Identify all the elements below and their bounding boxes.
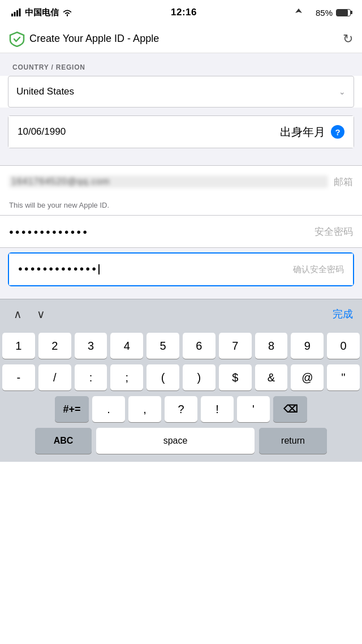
password-field[interactable]: ●●●●●●●●●●●●● 安全密码 bbox=[0, 216, 362, 247]
key-semicolon[interactable]: ; bbox=[110, 364, 143, 390]
text-cursor bbox=[98, 264, 100, 274]
country-value: United States bbox=[16, 86, 334, 97]
key-quote[interactable]: " bbox=[327, 364, 360, 390]
svg-rect-1 bbox=[14, 12, 16, 16]
key-comma[interactable]: , bbox=[128, 396, 161, 422]
key-question[interactable]: ? bbox=[165, 396, 197, 422]
key-1[interactable]: 1 bbox=[2, 333, 35, 359]
key-close-paren[interactable]: ) bbox=[183, 364, 216, 390]
keyboard: 1 2 3 4 5 6 7 8 9 0 - / : ; ( ) $ & @ " … bbox=[0, 328, 362, 462]
carrier-name: 中国电信 bbox=[25, 7, 59, 18]
key-2[interactable]: 2 bbox=[38, 333, 71, 359]
email-field-group: 1641764520@qq.com 邮箱 This will be your n… bbox=[0, 165, 362, 215]
battery-percent: 85% bbox=[316, 8, 333, 18]
key-5[interactable]: 5 bbox=[146, 333, 179, 359]
confirm-password-label: 确认安全密码 bbox=[287, 264, 344, 275]
keyboard-row-bottom: ABC space return bbox=[2, 428, 360, 454]
svg-marker-4 bbox=[295, 8, 302, 13]
reload-button[interactable]: ↻ bbox=[343, 32, 353, 46]
key-9[interactable]: 9 bbox=[291, 333, 324, 359]
key-exclaim[interactable]: ! bbox=[201, 396, 234, 422]
key-space[interactable]: space bbox=[96, 428, 255, 454]
nav-bar: Create Your Apple ID - Apple ↻ bbox=[0, 25, 362, 53]
content-area: COUNTRY / REGION United States ⌄ 10/06/1… bbox=[0, 53, 362, 462]
key-3[interactable]: 3 bbox=[75, 333, 107, 359]
spacer-3 bbox=[0, 287, 362, 299]
key-7[interactable]: 7 bbox=[219, 333, 252, 359]
key-at[interactable]: @ bbox=[291, 364, 324, 390]
key-8[interactable]: 8 bbox=[255, 333, 288, 359]
svg-rect-0 bbox=[11, 14, 13, 16]
key-period[interactable]: . bbox=[92, 396, 125, 422]
signal-icon bbox=[11, 8, 21, 16]
key-dollar[interactable]: $ bbox=[219, 364, 252, 390]
password-field-group: ●●●●●●●●●●●●● 安全密码 bbox=[0, 215, 362, 248]
keyboard-toolbar: ∧ ∨ 完成 bbox=[0, 299, 362, 328]
status-right-icons: 85% bbox=[295, 8, 351, 18]
dob-label: 出身年月 bbox=[274, 124, 325, 140]
key-slash[interactable]: / bbox=[38, 364, 71, 390]
help-button[interactable]: ? bbox=[331, 125, 344, 139]
key-0[interactable]: 0 bbox=[327, 333, 360, 359]
key-symbols-toggle[interactable]: #+= bbox=[55, 396, 89, 422]
next-field-button[interactable]: ∨ bbox=[32, 305, 50, 323]
dropdown-arrow-icon: ⌄ bbox=[339, 87, 346, 96]
dob-value: 10/06/1990 bbox=[18, 126, 274, 138]
wifi-icon bbox=[62, 8, 72, 16]
key-return[interactable]: return bbox=[259, 428, 327, 454]
spacer-1 bbox=[0, 148, 362, 165]
direction-icon bbox=[305, 8, 312, 16]
delete-key[interactable]: ⌫ bbox=[273, 396, 307, 422]
dob-field[interactable]: 10/06/1990 出身年月 ? bbox=[8, 116, 354, 148]
location-icon bbox=[295, 8, 302, 16]
key-colon[interactable]: : bbox=[75, 364, 107, 390]
key-4[interactable]: 4 bbox=[110, 333, 143, 359]
done-button[interactable]: 完成 bbox=[333, 307, 353, 321]
svg-rect-2 bbox=[16, 10, 18, 16]
keyboard-row-misc: #+= . , ? ! ' ⌫ bbox=[2, 396, 360, 422]
key-apostrophe[interactable]: ' bbox=[237, 396, 270, 422]
key-ampersand[interactable]: & bbox=[255, 364, 288, 390]
svg-marker-5 bbox=[305, 8, 312, 16]
toolbar-arrows: ∧ ∨ bbox=[9, 305, 50, 323]
email-info-text: This will be your new Apple ID. bbox=[0, 198, 362, 215]
key-6[interactable]: 6 bbox=[183, 333, 216, 359]
keyboard-row-symbols: - / : ; ( ) $ & @ " bbox=[2, 364, 360, 390]
email-field[interactable]: 1641764520@qq.com 邮箱 bbox=[0, 166, 362, 198]
country-label: COUNTRY / REGION bbox=[0, 53, 362, 76]
country-field-group: United States ⌄ bbox=[0, 76, 362, 108]
password-value: ●●●●●●●●●●●●● bbox=[9, 227, 309, 236]
confirm-password-value: ●●●●●●●●●●●●● bbox=[18, 264, 287, 274]
svg-rect-3 bbox=[19, 8, 21, 16]
password-label: 安全密码 bbox=[309, 225, 353, 238]
prev-field-button[interactable]: ∧ bbox=[9, 305, 27, 323]
key-open-paren[interactable]: ( bbox=[146, 364, 179, 390]
status-carrier: 中国电信 bbox=[11, 7, 72, 18]
page-title: Create Your Apple ID - Apple bbox=[29, 33, 343, 45]
key-dash[interactable]: - bbox=[2, 364, 35, 390]
shield-icon bbox=[9, 31, 25, 47]
status-bar: 中国电信 12:16 85% bbox=[0, 0, 362, 25]
email-value: 1641764520@qq.com bbox=[9, 175, 328, 188]
key-abc[interactable]: ABC bbox=[35, 428, 92, 454]
email-label: 邮箱 bbox=[328, 175, 353, 188]
confirm-password-field-group: ●●●●●●●●●●●●● 确认安全密码 bbox=[8, 252, 354, 286]
dob-field-group: 10/06/1990 出身年月 ? bbox=[8, 115, 354, 148]
confirm-password-field[interactable]: ●●●●●●●●●●●●● 确认安全密码 bbox=[9, 254, 353, 285]
battery-icon bbox=[336, 9, 351, 16]
spacer-2 bbox=[0, 248, 362, 251]
status-time: 12:16 bbox=[171, 7, 197, 18]
keyboard-row-numbers: 1 2 3 4 5 6 7 8 9 0 bbox=[2, 333, 360, 359]
country-selector[interactable]: United States ⌄ bbox=[8, 76, 354, 108]
